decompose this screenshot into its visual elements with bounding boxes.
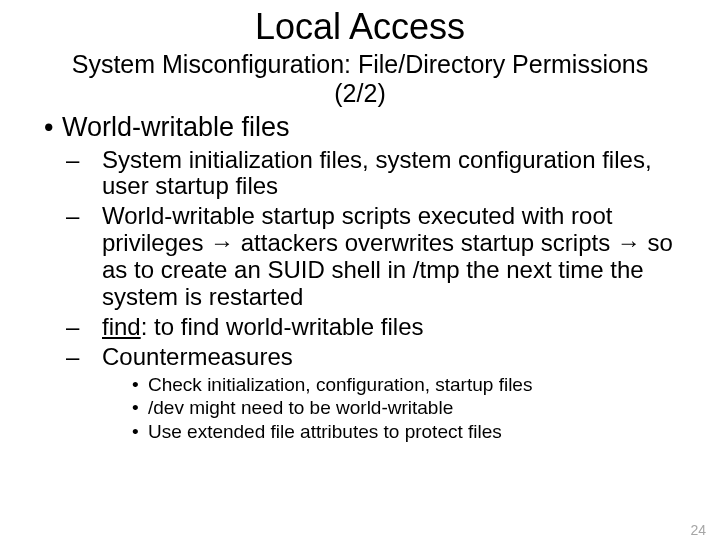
dash-icon: – [84, 314, 102, 341]
slide: Local Access System Misconfiguration: Fi… [0, 6, 720, 540]
slide-subtitle: System Misconfiguration: File/Directory … [50, 50, 670, 108]
bullet-level-2: –find: to find world-writable files [84, 314, 684, 341]
lvl3-text: /dev might need to be world-writable [148, 397, 453, 418]
bullet-dot-icon: • [132, 421, 148, 443]
lvl2-text-rest: : to find world-writable files [141, 313, 424, 340]
lvl2-text: Countermeasures [102, 343, 293, 370]
dash-icon: – [84, 147, 102, 174]
dash-icon: – [84, 203, 102, 230]
bullet-dot-icon: • [132, 397, 148, 419]
arrow-icon: → [617, 229, 641, 256]
bullet-level-3: •/dev might need to be world-writable [132, 397, 684, 419]
bullet-level-1: •World-writable files [44, 112, 684, 143]
slide-title: Local Access [0, 6, 720, 48]
bullet-level-3: •Check initialization, configuration, st… [132, 374, 684, 396]
lvl2-text: System initialization files, system conf… [102, 146, 652, 200]
lvl3-text: Use extended file attributes to protect … [148, 421, 502, 442]
lvl3-text: Check initialization, configuration, sta… [148, 374, 532, 395]
subtitle-line-2: (2/2) [334, 79, 385, 107]
find-command: find [102, 313, 141, 340]
subtitle-line-1: System Misconfiguration: File/Directory … [72, 50, 649, 78]
bullet-level-2: –Countermeasures [84, 344, 684, 371]
bullet-level-2: –System initialization files, system con… [84, 147, 684, 201]
bullet-level-3: •Use extended file attributes to protect… [132, 421, 684, 443]
bullet-dot-icon: • [132, 374, 148, 396]
lvl2-text-part2: attackers overwrites startup scripts [234, 229, 617, 256]
page-number: 24 [690, 522, 706, 538]
slide-content: •World-writable files –System initializa… [36, 112, 684, 444]
dash-icon: – [84, 344, 102, 371]
arrow-icon: → [210, 229, 234, 256]
lvl1-text: World-writable files [62, 112, 290, 142]
bullet-level-2: –World-writable startup scripts executed… [84, 203, 684, 311]
bullet-dot-icon: • [44, 112, 62, 143]
